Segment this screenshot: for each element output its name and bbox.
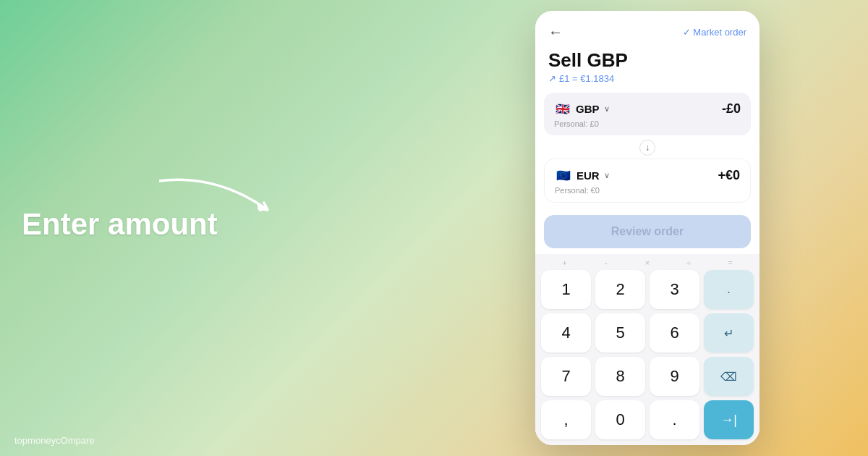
key-dot[interactable]: . (650, 400, 699, 439)
swap-icon-container: ↓ (544, 137, 751, 159)
key-decimal-top[interactable]: . (704, 270, 754, 309)
key-enter[interactable]: ↵ (704, 313, 754, 352)
back-button[interactable]: ← (548, 24, 563, 41)
hint-plus: + (544, 258, 585, 267)
rate-text: £1 = €1.1834 (559, 73, 614, 84)
key-1[interactable]: 1 (541, 270, 591, 309)
sell-title: Sell GBP (548, 49, 746, 72)
key-2[interactable]: 2 (595, 270, 645, 309)
numpad-section: + - × ÷ = 1 2 3 . 4 5 6 ↵ 7 8 9 (535, 254, 760, 445)
numpad-hints: + - × ÷ = (541, 258, 754, 270)
gbp-row: 🇬🇧 GBP ∨ -£0 (554, 100, 741, 117)
hint-div: ÷ (668, 258, 710, 267)
key-6[interactable]: 6 (650, 313, 699, 352)
gbp-personal: Personal: £0 (554, 119, 741, 128)
gbp-code: GBP (576, 103, 600, 115)
eur-code: EUR (576, 169, 600, 182)
header: ← ✓ Market order (535, 11, 760, 46)
annotation-arrow (159, 159, 326, 232)
exchange-rate: ↗ £1 = €1.1834 (548, 73, 746, 84)
key-9[interactable]: 9 (650, 357, 699, 396)
key-3[interactable]: 3 (650, 270, 699, 309)
gbp-box: 🇬🇧 GBP ∨ -£0 Personal: £0 (544, 93, 751, 135)
key-7[interactable]: 7 (541, 357, 591, 396)
eur-box: 🇪🇺 EUR ∨ +€0 Personal: €0 (544, 159, 751, 203)
market-order-check: ✓ (683, 27, 691, 38)
key-4[interactable]: 4 (541, 313, 591, 352)
rate-icon: ↗ (548, 73, 556, 84)
eur-personal: Personal: €0 (555, 186, 740, 195)
hint-times: × (626, 258, 668, 267)
swap-button[interactable]: ↓ (639, 140, 655, 156)
key-0[interactable]: 0 (595, 400, 645, 439)
hint-minus: - (585, 258, 626, 267)
card-inner: ← ✓ Market order Sell GBP ↗ £1 = €1.1834… (535, 11, 760, 445)
key-8[interactable]: 8 (595, 357, 645, 396)
eur-chevron: ∨ (604, 171, 610, 180)
gbp-flag: 🇬🇧 (554, 100, 571, 117)
market-order-label: Market order (693, 27, 746, 38)
review-section: Review order (535, 204, 760, 254)
gbp-selector[interactable]: 🇬🇧 GBP ∨ (554, 100, 610, 117)
key-next[interactable]: →| (704, 400, 754, 439)
key-5[interactable]: 5 (595, 313, 645, 352)
key-backspace[interactable]: ⌫ (704, 357, 754, 396)
phone-card: ← ✓ Market order Sell GBP ↗ £1 = €1.1834… (535, 11, 760, 445)
eur-amount: +€0 (718, 168, 740, 183)
gbp-chevron: ∨ (604, 104, 610, 114)
key-comma[interactable]: , (541, 400, 591, 439)
eur-selector[interactable]: 🇪🇺 EUR ∨ (555, 166, 610, 184)
market-order-button[interactable]: ✓ Market order (683, 27, 746, 38)
currency-section: 🇬🇧 GBP ∨ -£0 Personal: £0 ↓ 🇪🇺 EUR (535, 93, 760, 204)
numpad-grid: 1 2 3 . 4 5 6 ↵ 7 8 9 ⌫ , 0 . →| (541, 270, 754, 439)
hint-eq: = (710, 258, 751, 267)
review-button[interactable]: Review order (544, 215, 751, 248)
gbp-amount[interactable]: -£0 (722, 101, 741, 117)
eur-row: 🇪🇺 EUR ∨ +€0 (555, 166, 740, 184)
eur-flag: 🇪🇺 (555, 166, 572, 184)
brand-label: topmoneycOmpare (14, 435, 95, 446)
title-area: Sell GBP ↗ £1 = €1.1834 (535, 46, 760, 90)
